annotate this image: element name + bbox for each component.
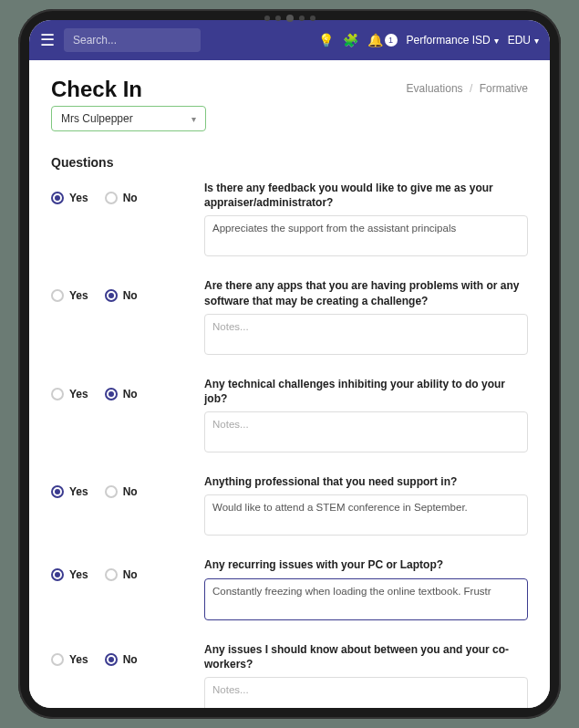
radio-dot-icon — [105, 653, 118, 666]
radio-label: Yes — [69, 653, 88, 666]
radio-dot-icon — [51, 192, 64, 204]
question-row: YesNoAnything professional that you need… — [51, 474, 528, 539]
question-row: YesNoAny technical challenges inhibiting… — [51, 377, 528, 456]
radio-group: YesNo — [51, 278, 188, 302]
radio-label: No — [123, 388, 138, 400]
question-text: Are there any apps that you are having p… — [204, 278, 528, 307]
radio-label: No — [123, 289, 138, 302]
radio-yes[interactable]: Yes — [51, 568, 88, 581]
person-select[interactable]: Mrs Culpepper ▾ — [51, 106, 206, 131]
radio-label: Yes — [69, 388, 88, 400]
lightbulb-icon[interactable]: 💡 — [318, 33, 334, 47]
radio-dot-icon — [105, 289, 118, 302]
question-text: Is there any feedback you would like to … — [204, 181, 528, 210]
notes-input[interactable] — [204, 411, 528, 452]
section-title: Questions — [51, 155, 528, 170]
notifications-button[interactable]: 🔔 1 — [367, 33, 398, 47]
search-input[interactable] — [64, 28, 201, 52]
question-row: YesNoIs there any feedback you would lik… — [51, 181, 528, 260]
radio-dot-icon — [51, 289, 64, 302]
role-label: EDU — [508, 34, 531, 47]
radio-no[interactable]: No — [105, 388, 138, 400]
questions-list: YesNoIs there any feedback you would lik… — [51, 181, 528, 708]
puzzle-icon[interactable]: 🧩 — [343, 33, 358, 47]
radio-yes[interactable]: Yes — [51, 388, 88, 400]
radio-label: Yes — [69, 568, 88, 581]
radio-yes[interactable]: Yes — [51, 653, 88, 666]
question-text: Anything professional that you need supp… — [204, 474, 528, 489]
radio-group: YesNo — [51, 557, 188, 581]
question-body: Anything professional that you need supp… — [204, 474, 528, 539]
notification-badge: 1 — [385, 34, 398, 47]
radio-label: Yes — [69, 289, 88, 302]
radio-no[interactable]: No — [105, 568, 138, 581]
radio-yes[interactable]: Yes — [51, 192, 88, 204]
radio-no[interactable]: No — [105, 485, 138, 498]
radio-dot-icon — [105, 192, 118, 204]
question-text: Any recurring issues with your PC or Lap… — [204, 557, 528, 572]
radio-group: YesNo — [51, 474, 188, 498]
chevron-down-icon: ▾ — [191, 114, 196, 124]
radio-label: No — [123, 653, 138, 666]
tablet-camera — [264, 15, 315, 22]
radio-group: YesNo — [51, 642, 188, 666]
notes-input[interactable] — [204, 494, 528, 536]
radio-group: YesNo — [51, 181, 188, 204]
notes-input[interactable] — [204, 677, 528, 708]
role-dropdown[interactable]: EDU ▾ — [508, 34, 539, 47]
radio-label: Yes — [69, 192, 88, 204]
topbar: ☰ 💡 🧩 🔔 1 Performance ISD ▾ EDU ▾ — [29, 20, 550, 60]
bell-icon: 🔔 — [367, 33, 383, 47]
menu-icon[interactable]: ☰ — [40, 30, 55, 50]
breadcrumb-current: Formative — [480, 82, 528, 95]
radio-dot-icon — [51, 568, 64, 581]
radio-dot-icon — [51, 485, 64, 498]
breadcrumb-parent[interactable]: Evaluations — [407, 82, 463, 95]
question-body: Is there any feedback you would like to … — [204, 181, 528, 260]
radio-no[interactable]: No — [105, 289, 138, 302]
radio-no[interactable]: No — [105, 192, 138, 204]
page-title: Check In — [51, 77, 206, 102]
radio-no[interactable]: No — [105, 653, 138, 666]
radio-label: No — [123, 568, 138, 581]
notes-input[interactable] — [204, 215, 528, 256]
radio-yes[interactable]: Yes — [51, 289, 88, 302]
page-content: Check In Mrs Culpepper ▾ Evaluations / F… — [29, 60, 550, 708]
breadcrumb: Evaluations / Formative — [407, 82, 528, 95]
tablet-frame: ☰ 💡 🧩 🔔 1 Performance ISD ▾ EDU ▾ Check … — [18, 9, 561, 719]
notes-input[interactable] — [204, 578, 528, 620]
notes-input[interactable] — [204, 314, 528, 355]
radio-dot-icon — [51, 653, 64, 666]
question-row: YesNoAny issues I should know about betw… — [51, 642, 528, 708]
radio-label: No — [123, 485, 138, 498]
screen: ☰ 💡 🧩 🔔 1 Performance ISD ▾ EDU ▾ Check … — [29, 20, 550, 708]
person-selected-label: Mrs Culpepper — [61, 112, 133, 125]
question-text: Any issues I should know about between y… — [204, 642, 528, 671]
radio-group: YesNo — [51, 377, 188, 400]
question-body: Any issues I should know about between y… — [204, 642, 528, 708]
radio-dot-icon — [51, 388, 64, 400]
chevron-down-icon: ▾ — [534, 36, 539, 46]
question-text: Any technical challenges inhibiting your… — [204, 377, 528, 406]
question-body: Any recurring issues with your PC or Lap… — [204, 557, 528, 623]
radio-dot-icon — [105, 568, 118, 581]
org-dropdown[interactable]: Performance ISD ▾ — [407, 34, 499, 47]
question-row: YesNoAre there any apps that you are hav… — [51, 278, 528, 358]
question-body: Any technical challenges inhibiting your… — [204, 377, 528, 456]
radio-dot-icon — [105, 485, 118, 498]
radio-label: Yes — [69, 485, 88, 498]
question-row: YesNoAny recurring issues with your PC o… — [51, 557, 528, 623]
chevron-down-icon: ▾ — [494, 36, 499, 46]
radio-yes[interactable]: Yes — [51, 485, 88, 498]
radio-label: No — [123, 192, 138, 204]
org-label: Performance ISD — [407, 34, 491, 47]
question-body: Are there any apps that you are having p… — [204, 278, 528, 358]
radio-dot-icon — [105, 388, 118, 400]
